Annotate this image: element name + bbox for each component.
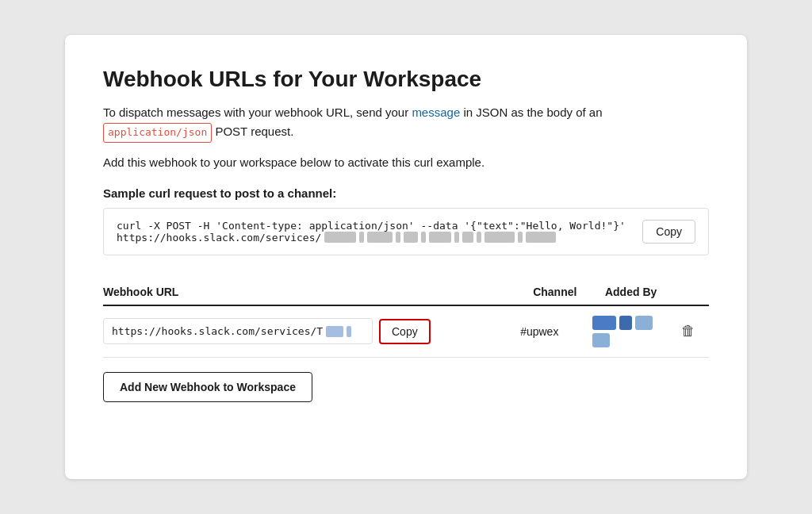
blur-1 [324, 232, 356, 243]
channel-cell: #upwex [520, 305, 592, 358]
blur-5 [462, 232, 473, 243]
col-header-added-by: Added By [592, 279, 675, 305]
avatar-group [592, 316, 656, 347]
col-header-channel: Channel [520, 279, 592, 305]
curl-line-2: https://hooks.slack.com/services/ [117, 232, 633, 244]
activation-note: Add this webhook to your workspace below… [103, 155, 709, 169]
url-blur-sep [347, 326, 351, 337]
curl-content: curl -X POST -H 'Content-type: applicati… [117, 220, 633, 244]
page-title: Webhook URLs for Your Workspace [103, 67, 709, 92]
add-webhook-button[interactable]: Add New Webhook to Workspace [103, 372, 312, 402]
blur-sep-5 [477, 232, 481, 243]
url-input-display: https://hooks.slack.com/services/T [103, 318, 373, 344]
blur-7 [526, 232, 556, 243]
desc-text-2: in JSON as the body of an [460, 105, 602, 119]
avatar-2 [619, 316, 632, 330]
url-blur-1 [326, 326, 343, 337]
main-card: Webhook URLs for Your Workspace To dispa… [65, 35, 747, 479]
curl-box: curl -X POST -H 'Content-type: applicati… [103, 208, 709, 255]
avatar-3 [635, 316, 653, 330]
desc-text-1: To dispatch messages with your webhook U… [103, 105, 412, 119]
webhook-table: Webhook URL Channel Added By https://hoo… [103, 279, 709, 358]
blur-sep-1 [359, 232, 364, 243]
blur-6 [485, 232, 515, 243]
content-type-badge: application/json [103, 123, 212, 143]
avatar-4 [592, 333, 610, 347]
blur-4 [429, 232, 451, 243]
sample-curl-label: Sample curl request to post to a channel… [103, 186, 709, 200]
curl-copy-button[interactable]: Copy [642, 220, 695, 244]
delete-webhook-button[interactable]: 🗑 [675, 320, 702, 343]
col-header-actions [675, 279, 709, 305]
blur-sep-6 [518, 232, 523, 243]
desc-text-3: POST request. [212, 125, 293, 138]
url-cell-inner: https://hooks.slack.com/services/T Copy [103, 318, 520, 344]
description: To dispatch messages with your webhook U… [103, 103, 709, 143]
message-link[interactable]: message [412, 105, 460, 119]
action-cell: 🗑 [675, 305, 709, 358]
col-header-url: Webhook URL [103, 279, 520, 305]
table-header-row: Webhook URL Channel Added By [103, 279, 709, 305]
blur-3 [404, 232, 418, 243]
blur-2 [367, 232, 393, 243]
avatar-1 [592, 316, 616, 330]
blur-sep-2 [396, 232, 400, 243]
url-cell: https://hooks.slack.com/services/T Copy [103, 305, 520, 358]
webhook-copy-button[interactable]: Copy [379, 319, 431, 344]
table-row: https://hooks.slack.com/services/T Copy … [103, 305, 709, 358]
curl-line-1: curl -X POST -H 'Content-type: applicati… [117, 220, 633, 232]
added-by-cell [592, 305, 675, 358]
url-prefix-text: https://hooks.slack.com/services/T [112, 325, 323, 337]
blur-sep-4 [454, 232, 459, 243]
blur-sep-3 [421, 232, 426, 243]
